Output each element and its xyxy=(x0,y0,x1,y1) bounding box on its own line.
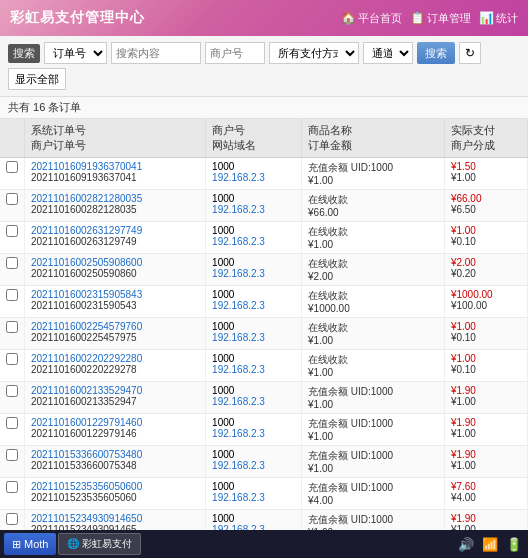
product-name: 在线收款 xyxy=(308,289,438,303)
row-payment-info: ¥1.90 ¥1.00 xyxy=(444,414,527,446)
domain-value[interactable]: 192.168.2.3 xyxy=(212,364,265,375)
domain-value[interactable]: 192.168.2.3 xyxy=(212,332,265,343)
search-type-select[interactable]: 订单号 商户号 金额 xyxy=(44,42,107,64)
domain-value[interactable]: 192.168.2.3 xyxy=(212,172,265,183)
row-checkbox-cell[interactable] xyxy=(0,382,25,414)
row-order-ids: 20211016002505908600 2021101600250590860 xyxy=(25,254,206,286)
merchant-no-input[interactable] xyxy=(205,42,265,64)
row-merchant-info: 1000 192.168.2.3 xyxy=(206,286,302,318)
row-checkbox-cell[interactable] xyxy=(0,286,25,318)
domain-value[interactable]: 192.168.2.3 xyxy=(212,460,265,471)
system-order-id[interactable]: 20211016002133529470 xyxy=(31,385,199,396)
row-checkbox-cell[interactable] xyxy=(0,318,25,350)
row-checkbox[interactable] xyxy=(6,417,18,429)
order-amount: ¥1.00 xyxy=(308,463,333,474)
row-merchant-info: 1000 192.168.2.3 xyxy=(206,414,302,446)
domain-value[interactable]: 192.168.2.3 xyxy=(212,300,265,311)
row-checkbox-cell[interactable] xyxy=(0,158,25,190)
merchant-no-value: 1000 xyxy=(212,385,295,396)
row-order-ids: 20211016091936370041 2021101609193637041 xyxy=(25,158,206,190)
row-checkbox[interactable] xyxy=(6,481,18,493)
start-label: Moth xyxy=(24,538,48,550)
system-order-id[interactable]: 20211015234930914650 xyxy=(31,513,199,524)
merchant-order-id: 2021101600263129749 xyxy=(31,236,137,247)
stats-icon: 📊 xyxy=(479,11,494,25)
table-row: 20211015336600753480 2021101533660075348… xyxy=(0,446,528,478)
search-input[interactable] xyxy=(111,42,201,64)
row-payment-info: ¥1.90 ¥1.00 xyxy=(444,446,527,478)
product-name: 充值余额 UID:1000 xyxy=(308,417,438,431)
search-button[interactable]: 搜索 xyxy=(417,42,455,64)
actual-paid: ¥1.00 xyxy=(451,225,521,236)
row-checkbox[interactable] xyxy=(6,225,18,237)
domain-value[interactable]: 192.168.2.3 xyxy=(212,236,265,247)
row-checkbox[interactable] xyxy=(6,353,18,365)
domain-value[interactable]: 192.168.2.3 xyxy=(212,268,265,279)
channel-select[interactable]: 通道口 xyxy=(363,42,413,64)
row-merchant-info: 1000 192.168.2.3 xyxy=(206,254,302,286)
network-icon[interactable]: 📶 xyxy=(480,534,500,554)
row-product-info: 在线收款 ¥66.00 xyxy=(302,190,445,222)
system-order-id[interactable]: 20211016002821280035 xyxy=(31,193,199,204)
system-order-id[interactable]: 20211016002631297749 xyxy=(31,225,199,236)
row-checkbox-cell[interactable] xyxy=(0,478,25,510)
merchant-share: ¥6.50 xyxy=(451,204,476,215)
row-checkbox[interactable] xyxy=(6,513,18,525)
row-checkbox[interactable] xyxy=(6,289,18,301)
show-all-button[interactable]: 显示全部 xyxy=(8,68,66,90)
nav-home[interactable]: 🏠 平台首页 xyxy=(341,11,402,26)
nav-stats[interactable]: 📊 统计 xyxy=(479,11,518,26)
row-checkbox[interactable] xyxy=(6,161,18,173)
row-checkbox[interactable] xyxy=(6,321,18,333)
taskbar-app-1[interactable]: 🌐 彩虹易支付 xyxy=(58,533,141,555)
orders-table-container[interactable]: 系统订单号商户订单号 商户号网站域名 商品名称订单金额 实际支付商户分成 202… xyxy=(0,119,528,558)
stats-bar: 共有 16 条订单 xyxy=(0,97,528,119)
row-checkbox-cell[interactable] xyxy=(0,222,25,254)
system-order-id[interactable]: 20211015235356050600 xyxy=(31,481,199,492)
domain-value[interactable]: 192.168.2.3 xyxy=(212,204,265,215)
start-button[interactable]: ⊞ Moth xyxy=(4,533,56,555)
merchant-share: ¥1.00 xyxy=(451,460,476,471)
row-checkbox-cell[interactable] xyxy=(0,254,25,286)
volume-icon[interactable]: 🔊 xyxy=(456,534,476,554)
row-merchant-info: 1000 192.168.2.3 xyxy=(206,382,302,414)
battery-icon[interactable]: 🔋 xyxy=(504,534,524,554)
table-row: 20211016002631297749 2021101600263129749… xyxy=(0,222,528,254)
row-checkbox-cell[interactable] xyxy=(0,414,25,446)
pay-method-select[interactable]: 所有支付方式 xyxy=(269,42,359,64)
row-checkbox-cell[interactable] xyxy=(0,446,25,478)
actual-paid: ¥7.60 xyxy=(451,481,521,492)
system-order-id[interactable]: 20211016002254579760 xyxy=(31,321,199,332)
row-checkbox[interactable] xyxy=(6,257,18,269)
col-merchant: 商户号网站域名 xyxy=(206,119,302,158)
nav-orders[interactable]: 📋 订单管理 xyxy=(410,11,471,26)
row-order-ids: 20211016002202292280 2021101600220229278 xyxy=(25,350,206,382)
header-title: 彩虹易支付管理中心 xyxy=(10,9,145,27)
system-order-id[interactable]: 20211016001229791460 xyxy=(31,417,199,428)
merchant-order-id: 2021101600213352947 xyxy=(31,396,137,407)
system-order-id[interactable]: 20211016002505908600 xyxy=(31,257,199,268)
row-checkbox[interactable] xyxy=(6,449,18,461)
row-checkbox-cell[interactable] xyxy=(0,190,25,222)
domain-value[interactable]: 192.168.2.3 xyxy=(212,396,265,407)
product-name: 在线收款 xyxy=(308,225,438,239)
system-order-id[interactable]: 20211016002202292280 xyxy=(31,353,199,364)
merchant-share: ¥0.10 xyxy=(451,364,476,375)
merchant-no-value: 1000 xyxy=(212,257,295,268)
refresh-button[interactable]: ↻ xyxy=(459,42,481,64)
merchant-order-id: 2021101533660075348 xyxy=(31,460,137,471)
home-icon: 🏠 xyxy=(341,11,356,25)
domain-value[interactable]: 192.168.2.3 xyxy=(212,428,265,439)
row-checkbox[interactable] xyxy=(6,385,18,397)
table-row: 20211016002254579760 2021101600225457975… xyxy=(0,318,528,350)
system-order-id[interactable]: 20211016002315905843 xyxy=(31,289,199,300)
order-amount: ¥2.00 xyxy=(308,271,333,282)
system-order-id[interactable]: 20211016091936370041 xyxy=(31,161,199,172)
taskbar-system-icons: 🔊 📶 🔋 xyxy=(456,534,524,554)
product-name: 充值余额 UID:1000 xyxy=(308,449,438,463)
row-checkbox[interactable] xyxy=(6,193,18,205)
system-order-id[interactable]: 20211015336600753480 xyxy=(31,449,199,460)
row-checkbox-cell[interactable] xyxy=(0,350,25,382)
row-merchant-info: 1000 192.168.2.3 xyxy=(206,190,302,222)
domain-value[interactable]: 192.168.2.3 xyxy=(212,492,265,503)
